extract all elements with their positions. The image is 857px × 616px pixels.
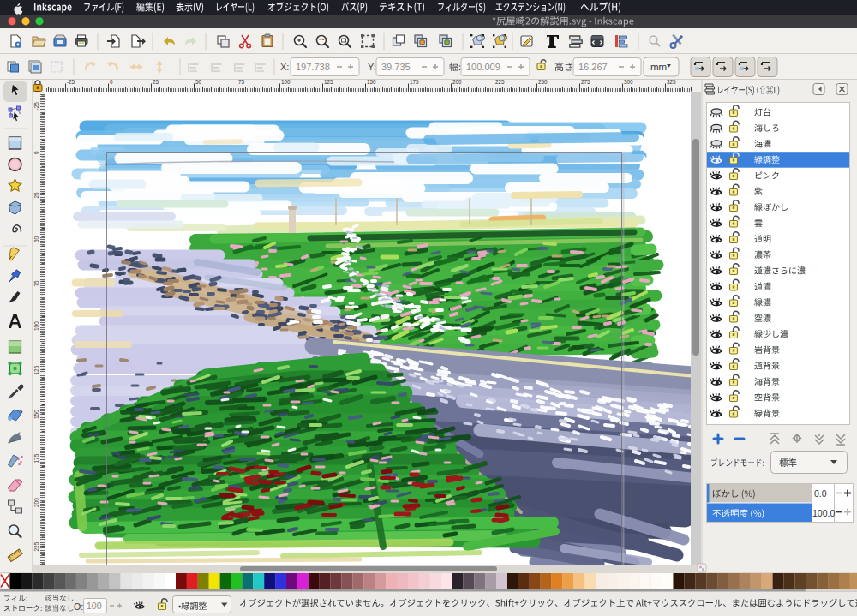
svg-text:0: 0 xyxy=(110,79,113,85)
svg-text:X:: X: xyxy=(280,62,289,72)
svg-text:25: 25 xyxy=(33,192,39,199)
svg-text:-25: -25 xyxy=(67,79,75,85)
svg-text:50: 50 xyxy=(33,236,39,242)
svg-text:150: 150 xyxy=(367,79,376,85)
svg-text:200: 200 xyxy=(452,79,462,85)
svg-text:325: 325 xyxy=(667,79,676,85)
svg-text:100: 100 xyxy=(87,601,102,611)
svg-text:100.009: 100.009 xyxy=(466,62,500,72)
svg-text:mm: mm xyxy=(650,62,667,72)
svg-text:250: 250 xyxy=(538,79,548,85)
svg-text:100.0: 100.0 xyxy=(812,508,835,518)
svg-text:125: 125 xyxy=(324,79,333,85)
svg-text:200: 200 xyxy=(33,498,39,507)
svg-text:125: 125 xyxy=(33,365,39,374)
svg-text:O:: O: xyxy=(74,601,83,612)
svg-text:-25: -25 xyxy=(33,102,39,111)
svg-text:0.0: 0.0 xyxy=(814,488,827,499)
svg-text:75: 75 xyxy=(238,79,245,85)
svg-text:50: 50 xyxy=(195,79,202,85)
svg-text:225: 225 xyxy=(33,541,39,551)
svg-text:16.267: 16.267 xyxy=(578,62,608,72)
svg-text:39.735: 39.735 xyxy=(381,62,411,72)
svg-text:75: 75 xyxy=(33,280,39,287)
svg-text:100: 100 xyxy=(33,321,39,331)
svg-text:25: 25 xyxy=(153,79,159,85)
svg-text:150: 150 xyxy=(33,410,39,419)
svg-text:275: 275 xyxy=(581,79,590,85)
svg-text:175: 175 xyxy=(410,79,419,85)
svg-text:225: 225 xyxy=(495,79,505,85)
svg-text:Y:: Y: xyxy=(368,62,376,72)
svg-text:300: 300 xyxy=(624,79,633,85)
svg-text:197.738: 197.738 xyxy=(296,62,330,72)
svg-text:100: 100 xyxy=(281,79,291,85)
svg-text:175: 175 xyxy=(33,453,39,463)
svg-text:0: 0 xyxy=(33,151,39,154)
